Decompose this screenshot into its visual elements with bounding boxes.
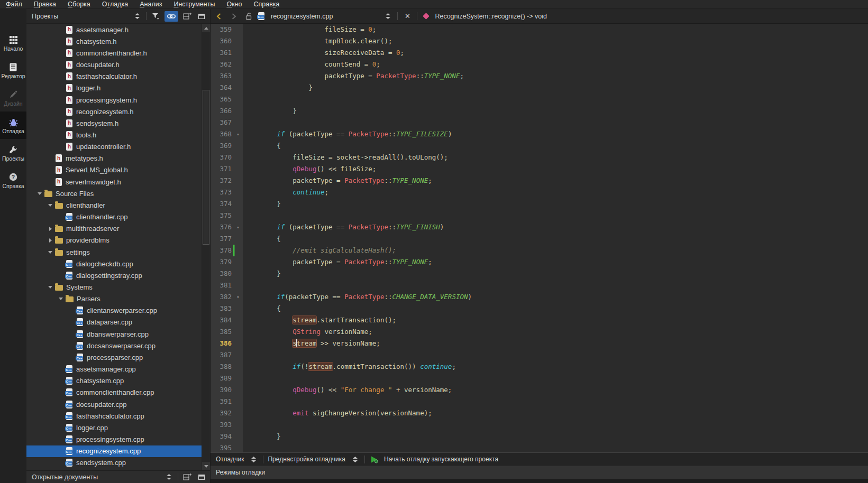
start-debug-label[interactable]: Начать отладку запускающего проекта — [384, 456, 498, 463]
expanded-arrow-icon[interactable] — [35, 190, 44, 197]
menu-item-Окно[interactable]: Окно — [221, 0, 248, 9]
tree-item-settings[interactable]: settings — [26, 246, 202, 258]
code-line-365[interactable]: 365 — [211, 94, 868, 105]
code-line-380[interactable]: 380 } — [211, 268, 868, 280]
tree-item-multithreadserver[interactable]: multithreadserver — [26, 223, 202, 235]
code-line-395[interactable]: 395 — [211, 442, 868, 452]
code-line-374[interactable]: 374 } — [211, 198, 868, 210]
code-area[interactable]: 359 fileSize = 0;360 tmpBlock.clear();36… — [211, 24, 868, 452]
tree-item-fasthashcalculator.cpp[interactable]: C++fasthashcalculator.cpp — [26, 410, 202, 422]
code-line-385[interactable]: 385 QString versionName; — [211, 326, 868, 338]
code-line-373[interactable]: 373 continue; — [211, 187, 868, 198]
split-panel-icon[interactable] — [182, 472, 193, 482]
tree-item-updatecontroller.h[interactable]: hupdatecontroller.h — [26, 141, 202, 153]
split-panel-icon[interactable] — [182, 11, 193, 22]
code-line-389[interactable]: 389 — [211, 373, 868, 384]
tree-item-assetsmanager.h[interactable]: hassetsmanager.h — [26, 24, 202, 35]
menu-item-Анализ[interactable]: Анализ — [134, 0, 168, 9]
close-panel-icon[interactable] — [196, 11, 207, 22]
code-line-371[interactable]: 371 qDebug() << fileSize; — [211, 163, 868, 175]
tree-item-tools.cpp[interactable]: C++tools.cpp — [26, 469, 202, 470]
debugger-dropdown[interactable]: Отладчик — [216, 456, 244, 463]
tree-item-metatypes.h[interactable]: hmetatypes.h — [26, 153, 202, 164]
fold-marker-icon[interactable]: ▾ — [233, 128, 243, 140]
fold-marker-icon[interactable]: ▾ — [233, 291, 243, 303]
tree-item-processingsystem.h[interactable]: hprocessingsystem.h — [26, 94, 202, 106]
tree-item-chatsystem.cpp[interactable]: C++chatsystem.cpp — [26, 375, 202, 387]
fold-marker-icon[interactable]: ▾ — [233, 221, 243, 233]
go-back-icon[interactable] — [214, 11, 224, 22]
debugger-combo-arrows-icon[interactable] — [248, 454, 259, 465]
open-file-dropdown[interactable]: recognizesystem.cpp — [271, 13, 333, 20]
menu-item-Сборка[interactable]: Сборка — [62, 0, 96, 9]
code-line-384[interactable]: 384 stream.startTransaction(); — [211, 314, 868, 326]
tree-item-commonclienthandler.cpp[interactable]: C++commonclienthandler.cpp — [26, 387, 202, 398]
mode-editor-doc[interactable]: Редактор — [0, 57, 26, 84]
start-debug-icon[interactable] — [369, 454, 380, 465]
tree-item-docsupdater.cpp[interactable]: C++docsupdater.cpp — [26, 398, 202, 410]
tree-item-recognizesystem.cpp[interactable]: C++recognizesystem.cpp — [26, 445, 202, 457]
tree-item-fasthashcalculator.h[interactable]: hfasthashcalculator.h — [26, 71, 202, 82]
tree-item-clientanswerparser.cpp[interactable]: C++clientanswerparser.cpp — [26, 305, 202, 317]
tree-item-processingsystem.cpp[interactable]: C++processingsystem.cpp — [26, 433, 202, 445]
preset-combo-arrows-icon[interactable] — [350, 454, 360, 465]
code-line-391[interactable]: 391 — [211, 396, 868, 407]
current-symbol-dropdown[interactable]: RecognizeSystem::recognize() -> void — [435, 13, 547, 20]
tree-item-dialogcheckdb.cpp[interactable]: C++dialogcheckdb.cpp — [26, 258, 202, 270]
code-line-378[interactable]: 378 //emit sigCalculateHash(); — [211, 245, 868, 256]
tree-item-processparser.cpp[interactable]: C++processparser.cpp — [26, 351, 202, 363]
tree-item-Systems[interactable]: Systems — [26, 281, 202, 293]
expanded-arrow-icon[interactable] — [46, 202, 54, 209]
tree-item-commonclienthandler.h[interactable]: hcommonclienthandler.h — [26, 47, 202, 59]
code-line-393[interactable]: 393 — [211, 419, 868, 431]
tree-item-logger.cpp[interactable]: C++logger.cpp — [26, 422, 202, 433]
debugger-preset-dropdown[interactable]: Преднастройка отладчика — [268, 456, 345, 463]
close-panel-icon[interactable] — [196, 472, 207, 482]
tree-item-assetsmanager.cpp[interactable]: C++assetsmanager.cpp — [26, 364, 202, 375]
file-combo-arrows-icon[interactable] — [382, 11, 393, 22]
tree-item-dbanswerparser.cpp[interactable]: C++dbanswerparser.cpp — [26, 328, 202, 340]
code-line-387[interactable]: 387 — [211, 349, 868, 361]
tree-item-providerdblms[interactable]: providerdblms — [26, 235, 202, 246]
tree-item-ServerLMS_global.h[interactable]: hServerLMS_global.h — [26, 164, 202, 176]
code-line-386[interactable]: 386 stream >> versionName; — [211, 338, 868, 349]
menu-item-Справка[interactable]: Справка — [248, 0, 285, 9]
code-line-359[interactable]: 359 fileSize = 0; — [211, 24, 868, 35]
mode-design-pencil[interactable]: Дизайн — [0, 84, 26, 112]
collapsed-arrow-icon[interactable] — [46, 227, 54, 231]
code-line-363[interactable]: 363 packetType = PacketType::TYPE_NONE; — [211, 70, 868, 82]
tree-item-Parsers[interactable]: Parsers — [26, 293, 202, 305]
code-line-364[interactable]: 364 } — [211, 82, 868, 94]
code-line-394[interactable]: 394 } — [211, 431, 868, 442]
mode-home-grid[interactable]: Начало — [0, 29, 26, 57]
code-line-390[interactable]: 390 qDebug() << "For change " + versionN… — [211, 384, 868, 396]
tree-item-tools.h[interactable]: htools.h — [26, 129, 202, 141]
tree-item-logger.h[interactable]: hlogger.h — [26, 82, 202, 94]
tree-item-serverlmswidget.h[interactable]: hserverlmswidget.h — [26, 176, 202, 188]
mode-debug-bug[interactable]: Отладка — [0, 112, 26, 139]
tree-item-clienthandler[interactable]: clienthandler — [26, 199, 202, 211]
scroll-down-icon[interactable] — [202, 462, 211, 470]
tree-scrollbar[interactable] — [202, 24, 210, 470]
tree-item-Source Files[interactable]: Source Files — [26, 188, 202, 199]
tree-item-recognizesystem.h[interactable]: hrecognizesystem.h — [26, 106, 202, 117]
code-line-367[interactable]: 367 — [211, 117, 868, 128]
menu-item-Отладка[interactable]: Отладка — [96, 0, 134, 9]
code-line-360[interactable]: 360 tmpBlock.clear(); — [211, 35, 868, 47]
tree-item-docsupdater.h[interactable]: hdocsupdater.h — [26, 59, 202, 70]
code-line-366[interactable]: 366 } — [211, 105, 868, 117]
scrollbar-thumb[interactable] — [203, 90, 209, 245]
sync-with-editor-toggle[interactable] — [165, 11, 178, 22]
panel-title-dropdown[interactable]: Проекты — [32, 13, 132, 20]
code-line-362[interactable]: 362 countSend = 0; — [211, 59, 868, 70]
mode-help-circle[interactable]: ?Справка — [0, 166, 26, 194]
menu-item-Инструменты[interactable]: Инструменты — [168, 0, 221, 9]
code-line-379[interactable]: 379 packetType = PacketType::TYPE_NONE; — [211, 256, 868, 268]
code-line-383[interactable]: 383 { — [211, 303, 868, 314]
code-line-370[interactable]: 370 fileSize = socket->readAll().toULong… — [211, 152, 868, 163]
tree-item-sendsystem.h[interactable]: hsendsystem.h — [26, 117, 202, 129]
open-docs-combo-arrows-icon[interactable] — [163, 472, 174, 482]
tree-item-docsanswerparser.cpp[interactable]: C++docsanswerparser.cpp — [26, 340, 202, 351]
expanded-arrow-icon[interactable] — [46, 249, 54, 256]
code-line-372[interactable]: 372 packetType = PacketType::TYPE_NONE; — [211, 175, 868, 187]
